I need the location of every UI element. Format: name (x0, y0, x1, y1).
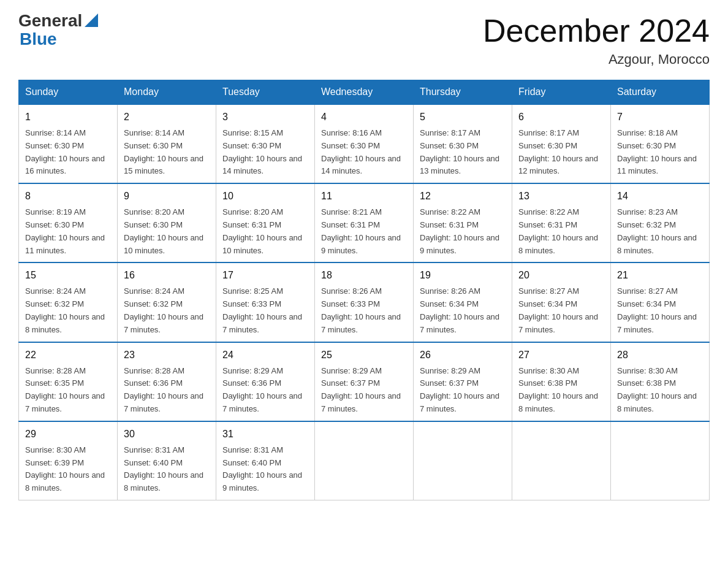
table-row: 21Sunrise: 8:27 AMSunset: 6:34 PMDayligh… (611, 262, 710, 342)
day-info: Sunrise: 8:26 AMSunset: 6:33 PMDaylight:… (321, 286, 401, 334)
day-number: 26 (420, 348, 506, 362)
table-row: 8Sunrise: 8:19 AMSunset: 6:30 PMDaylight… (19, 183, 118, 262)
day-info: Sunrise: 8:20 AMSunset: 6:31 PMDaylight:… (222, 207, 302, 255)
table-row: 7Sunrise: 8:18 AMSunset: 6:30 PMDaylight… (611, 104, 710, 183)
main-title: December 2024 (483, 12, 710, 49)
day-info: Sunrise: 8:24 AMSunset: 6:32 PMDaylight:… (124, 286, 203, 334)
table-row: 22Sunrise: 8:28 AMSunset: 6:35 PMDayligh… (19, 342, 118, 421)
svg-marker-0 (85, 13, 98, 27)
day-info: Sunrise: 8:28 AMSunset: 6:36 PMDaylight:… (124, 366, 203, 413)
day-number: 24 (222, 348, 308, 362)
header-saturday: Saturday (611, 80, 710, 105)
day-number: 11 (321, 189, 407, 204)
location-subtitle: Azgour, Morocco (483, 52, 710, 67)
day-number: 10 (222, 189, 308, 204)
table-row: 20Sunrise: 8:27 AMSunset: 6:34 PMDayligh… (512, 262, 611, 342)
day-number: 15 (25, 268, 111, 283)
day-number: 31 (222, 427, 308, 442)
logo: General Blue (18, 12, 98, 49)
day-number: 13 (518, 189, 604, 204)
day-number: 2 (124, 110, 210, 124)
table-row: 2Sunrise: 8:14 AMSunset: 6:30 PMDaylight… (118, 104, 216, 183)
logo-text-general: General (18, 12, 82, 29)
day-info: Sunrise: 8:29 AMSunset: 6:37 PMDaylight:… (321, 366, 401, 413)
day-number: 16 (124, 268, 210, 283)
calendar-week-1: 1Sunrise: 8:14 AMSunset: 6:30 PMDaylight… (19, 104, 710, 183)
calendar-header-row: Sunday Monday Tuesday Wednesday Thursday… (19, 80, 710, 105)
title-section: December 2024 Azgour, Morocco (483, 12, 710, 67)
day-info: Sunrise: 8:19 AMSunset: 6:30 PMDaylight:… (25, 207, 105, 255)
day-number: 4 (321, 110, 407, 124)
table-row (611, 421, 710, 500)
table-row: 28Sunrise: 8:30 AMSunset: 6:38 PMDayligh… (611, 342, 710, 421)
day-number: 17 (222, 268, 308, 283)
day-info: Sunrise: 8:29 AMSunset: 6:36 PMDaylight:… (222, 366, 302, 413)
table-row: 18Sunrise: 8:26 AMSunset: 6:33 PMDayligh… (315, 262, 414, 342)
day-info: Sunrise: 8:31 AMSunset: 6:40 PMDaylight:… (222, 445, 302, 492)
calendar-table: Sunday Monday Tuesday Wednesday Thursday… (18, 80, 710, 500)
calendar-week-5: 29Sunrise: 8:30 AMSunset: 6:39 PMDayligh… (19, 421, 710, 500)
table-row: 27Sunrise: 8:30 AMSunset: 6:38 PMDayligh… (512, 342, 611, 421)
day-number: 1 (25, 110, 111, 124)
day-number: 12 (420, 189, 506, 204)
day-info: Sunrise: 8:22 AMSunset: 6:31 PMDaylight:… (518, 207, 598, 255)
calendar-week-2: 8Sunrise: 8:19 AMSunset: 6:30 PMDaylight… (19, 183, 710, 262)
day-info: Sunrise: 8:23 AMSunset: 6:32 PMDaylight:… (617, 207, 697, 255)
table-row (512, 421, 611, 500)
table-row: 12Sunrise: 8:22 AMSunset: 6:31 PMDayligh… (414, 183, 512, 262)
table-row: 6Sunrise: 8:17 AMSunset: 6:30 PMDaylight… (512, 104, 611, 183)
day-number: 25 (321, 348, 407, 362)
day-number: 20 (518, 268, 604, 283)
day-info: Sunrise: 8:14 AMSunset: 6:30 PMDaylight:… (25, 128, 105, 175)
day-info: Sunrise: 8:31 AMSunset: 6:40 PMDaylight:… (124, 445, 203, 492)
logo-text-blue: Blue (20, 29, 98, 49)
table-row: 14Sunrise: 8:23 AMSunset: 6:32 PMDayligh… (611, 183, 710, 262)
table-row: 26Sunrise: 8:29 AMSunset: 6:37 PMDayligh… (414, 342, 512, 421)
day-info: Sunrise: 8:21 AMSunset: 6:31 PMDaylight:… (321, 207, 401, 255)
table-row (315, 421, 414, 500)
table-row: 16Sunrise: 8:24 AMSunset: 6:32 PMDayligh… (118, 262, 216, 342)
table-row: 1Sunrise: 8:14 AMSunset: 6:30 PMDaylight… (19, 104, 118, 183)
table-row: 17Sunrise: 8:25 AMSunset: 6:33 PMDayligh… (216, 262, 315, 342)
day-number: 3 (222, 110, 308, 124)
page-header: General Blue December 2024 Azgour, Moroc… (18, 12, 710, 67)
day-number: 6 (518, 110, 604, 124)
day-info: Sunrise: 8:29 AMSunset: 6:37 PMDaylight:… (420, 366, 499, 413)
day-info: Sunrise: 8:17 AMSunset: 6:30 PMDaylight:… (420, 128, 499, 175)
day-number: 30 (124, 427, 210, 442)
day-number: 7 (617, 110, 703, 124)
table-row: 19Sunrise: 8:26 AMSunset: 6:34 PMDayligh… (414, 262, 512, 342)
header-friday: Friday (512, 80, 611, 105)
day-info: Sunrise: 8:28 AMSunset: 6:35 PMDaylight:… (25, 366, 105, 413)
header-thursday: Thursday (414, 80, 512, 105)
day-number: 27 (518, 348, 604, 362)
day-info: Sunrise: 8:20 AMSunset: 6:30 PMDaylight:… (124, 207, 203, 255)
header-sunday: Sunday (19, 80, 118, 105)
table-row: 9Sunrise: 8:20 AMSunset: 6:30 PMDaylight… (118, 183, 216, 262)
day-info: Sunrise: 8:24 AMSunset: 6:32 PMDaylight:… (25, 286, 105, 334)
day-number: 21 (617, 268, 703, 283)
day-info: Sunrise: 8:22 AMSunset: 6:31 PMDaylight:… (420, 207, 499, 255)
calendar-week-4: 22Sunrise: 8:28 AMSunset: 6:35 PMDayligh… (19, 342, 710, 421)
day-number: 29 (25, 427, 111, 442)
day-number: 28 (617, 348, 703, 362)
day-info: Sunrise: 8:26 AMSunset: 6:34 PMDaylight:… (420, 286, 499, 334)
table-row: 23Sunrise: 8:28 AMSunset: 6:36 PMDayligh… (118, 342, 216, 421)
table-row (414, 421, 512, 500)
table-row: 25Sunrise: 8:29 AMSunset: 6:37 PMDayligh… (315, 342, 414, 421)
day-number: 19 (420, 268, 506, 283)
table-row: 30Sunrise: 8:31 AMSunset: 6:40 PMDayligh… (118, 421, 216, 500)
day-info: Sunrise: 8:27 AMSunset: 6:34 PMDaylight:… (617, 286, 697, 334)
calendar-week-3: 15Sunrise: 8:24 AMSunset: 6:32 PMDayligh… (19, 262, 710, 342)
table-row: 4Sunrise: 8:16 AMSunset: 6:30 PMDaylight… (315, 104, 414, 183)
table-row: 3Sunrise: 8:15 AMSunset: 6:30 PMDaylight… (216, 104, 315, 183)
day-number: 9 (124, 189, 210, 204)
header-wednesday: Wednesday (315, 80, 414, 105)
table-row: 13Sunrise: 8:22 AMSunset: 6:31 PMDayligh… (512, 183, 611, 262)
table-row: 24Sunrise: 8:29 AMSunset: 6:36 PMDayligh… (216, 342, 315, 421)
table-row: 15Sunrise: 8:24 AMSunset: 6:32 PMDayligh… (19, 262, 118, 342)
header-monday: Monday (118, 80, 216, 105)
day-info: Sunrise: 8:18 AMSunset: 6:30 PMDaylight:… (617, 128, 697, 175)
day-info: Sunrise: 8:30 AMSunset: 6:39 PMDaylight:… (25, 445, 105, 492)
day-number: 5 (420, 110, 506, 124)
